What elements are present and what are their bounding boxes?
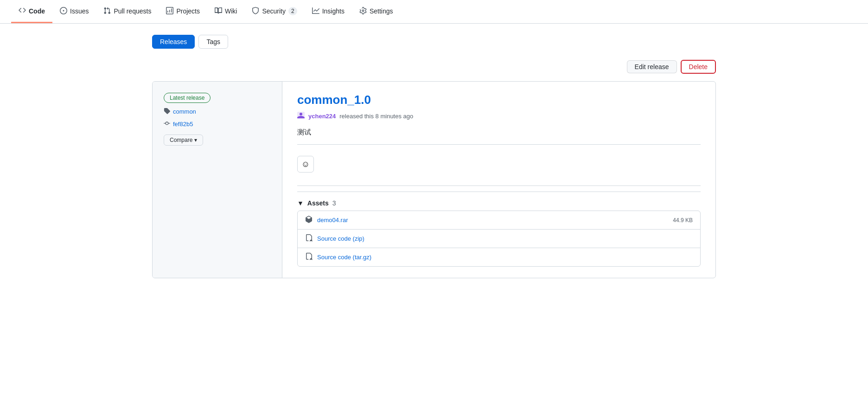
nav-code[interactable]: Code [11, 0, 52, 23]
asset-link-1[interactable]: Source code (zip) [317, 235, 364, 242]
nav-projects-label: Projects [176, 7, 200, 15]
tag-icon [164, 108, 170, 115]
release-meta-line: ychen224 released this 8 minutes ago [297, 112, 701, 121]
nav-security[interactable]: Security 2 [244, 0, 304, 23]
asset-left: demo04.rar [305, 216, 348, 224]
nav-insights-label: Insights [322, 7, 345, 15]
delete-release-button[interactable]: Delete [681, 60, 716, 74]
tab-tags[interactable]: Tags [198, 35, 228, 49]
asset-item: demo04.rar 44.9 KB [298, 211, 700, 230]
asset-link-2[interactable]: Source code (tar.gz) [317, 254, 371, 261]
asset-left: Source code (zip) [305, 234, 364, 243]
nav-insights[interactable]: Insights [305, 0, 352, 23]
nav-settings[interactable]: Settings [352, 0, 401, 23]
page-content: Releases Tags Edit release Delete Latest… [137, 24, 731, 289]
release-body-text: 测试 [297, 128, 311, 136]
asset-item: Source code (zip) [298, 230, 700, 248]
release-released-text: released this 8 minutes ago [339, 113, 413, 120]
release-body: 测试 [297, 128, 701, 145]
tag-link[interactable]: common [173, 108, 196, 115]
asset-link-0[interactable]: demo04.rar [317, 217, 348, 224]
assets-list: demo04.rar 44.9 KB Source code (zip) [297, 211, 701, 267]
nav-issues[interactable]: Issues [52, 0, 96, 23]
assets-section: ▼ Assets 3 demo04.rar [297, 192, 701, 267]
security-icon [252, 7, 259, 16]
commit-meta: fef82b5 [164, 120, 271, 128]
nav-pr-label: Pull requests [114, 7, 151, 15]
tab-releases[interactable]: Releases [152, 35, 195, 49]
nav-issues-label: Issues [70, 7, 89, 15]
nav-wiki-label: Wiki [225, 7, 237, 15]
security-badge: 2 [288, 7, 297, 15]
release-container: Latest release common fef82b5 Compare ▾ [152, 81, 716, 278]
release-author: ychen224 [308, 113, 336, 120]
asset-item: Source code (tar.gz) [298, 248, 700, 266]
asset-size-0: 44.9 KB [673, 217, 693, 224]
tag-meta: common [164, 108, 271, 115]
release-sidebar: Latest release common fef82b5 Compare ▾ [153, 82, 282, 278]
emoji-section: ☺ [297, 156, 701, 186]
commit-icon [164, 120, 170, 128]
nav-code-label: Code [29, 7, 45, 15]
nav-wiki[interactable]: Wiki [207, 0, 244, 23]
nav-security-label: Security [262, 7, 286, 15]
top-nav: Code Issues Pull requests Projects Wiki … [0, 0, 868, 24]
smiley-icon: ☺ [301, 160, 310, 169]
assets-label: Assets [307, 199, 329, 207]
source-icon-tar [305, 253, 313, 262]
user-avatar-icon [297, 112, 305, 121]
edit-release-button[interactable]: Edit release [627, 60, 677, 73]
release-main: common_1.0 ychen224 released this 8 minu… [282, 82, 715, 278]
assets-count: 3 [332, 199, 336, 207]
compare-button[interactable]: Compare ▾ [164, 134, 203, 146]
insights-icon [312, 7, 319, 16]
add-reaction-button[interactable]: ☺ [297, 156, 314, 173]
package-icon [305, 216, 313, 224]
commit-link[interactable]: fef82b5 [173, 121, 193, 128]
latest-release-badge: Latest release [164, 93, 211, 103]
wiki-icon [215, 7, 222, 16]
release-title: common_1.0 [297, 93, 701, 107]
nav-projects[interactable]: Projects [159, 0, 207, 23]
projects-icon [166, 7, 173, 16]
pull-requests-icon [103, 7, 111, 16]
compare-label: Compare [170, 137, 192, 143]
assets-arrow-icon: ▼ [297, 199, 304, 207]
issues-icon [60, 7, 67, 16]
tab-row: Releases Tags [152, 35, 716, 49]
action-row: Edit release Delete [152, 60, 716, 74]
source-icon-zip [305, 234, 313, 243]
chevron-down-icon: ▾ [194, 137, 197, 143]
asset-left: Source code (tar.gz) [305, 253, 371, 262]
nav-pull-requests[interactable]: Pull requests [96, 0, 159, 23]
assets-toggle[interactable]: ▼ Assets 3 [297, 199, 701, 207]
nav-settings-label: Settings [370, 7, 393, 15]
settings-icon [359, 7, 367, 16]
release-row: Latest release common fef82b5 Compare ▾ [153, 82, 715, 278]
code-icon [19, 6, 26, 15]
